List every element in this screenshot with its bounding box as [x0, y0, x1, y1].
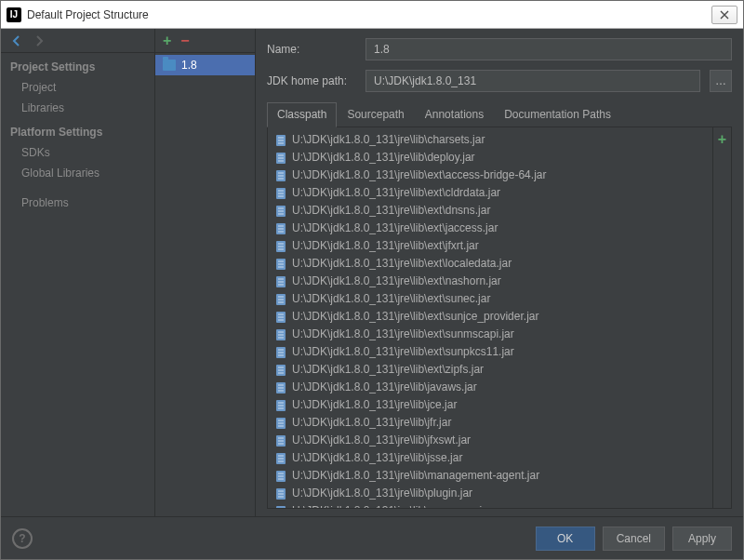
archive-icon [275, 417, 286, 430]
archive-icon [275, 275, 286, 288]
classpath-path: U:\JDK\jdk1.8.0_131\jre\lib\javaws.jar [292, 380, 477, 395]
tab-sourcepath[interactable]: Sourcepath [337, 102, 414, 127]
archive-icon [275, 470, 286, 483]
archive-icon [275, 187, 286, 200]
archive-icon [275, 258, 286, 271]
archive-icon [275, 452, 286, 465]
classpath-entry[interactable]: U:\JDK\jdk1.8.0_131\jre\lib\jsse.jar [268, 449, 712, 467]
ok-button[interactable]: OK [536, 527, 595, 551]
archive-icon [275, 169, 286, 182]
archive-icon [275, 505, 286, 509]
classpath-entry[interactable]: U:\JDK\jdk1.8.0_131\jre\lib\javaws.jar [268, 379, 712, 396]
classpath-entry[interactable]: U:\JDK\jdk1.8.0_131\jre\lib\deploy.jar [268, 149, 712, 167]
classpath-entry[interactable]: U:\JDK\jdk1.8.0_131\jre\lib\ext\nashorn.… [268, 273, 712, 290]
dialog-footer: ? OK Cancel Apply [1, 516, 743, 559]
classpath-entry[interactable]: U:\JDK\jdk1.8.0_131\jre\lib\ext\sunpkcs1… [268, 343, 712, 361]
sdk-list-toolbar: + − [155, 29, 255, 53]
classpath-entry[interactable]: U:\JDK\jdk1.8.0_131\jre\lib\plugin.jar [268, 485, 712, 502]
tab-documentation-paths[interactable]: Documentation Paths [494, 102, 621, 127]
classpath-path: U:\JDK\jdk1.8.0_131\jre\lib\jce.jar [292, 397, 457, 413]
add-classpath-button[interactable]: + [718, 131, 726, 148]
archive-icon [275, 293, 286, 306]
tab-classpath[interactable]: Classpath [267, 102, 337, 127]
sdk-tabs: ClasspathSourcepathAnnotationsDocumentat… [267, 101, 732, 127]
name-label: Name: [267, 43, 356, 56]
sidebar-nav-toolbar [1, 29, 154, 53]
close-window-button[interactable] [711, 6, 737, 24]
classpath-entry[interactable]: U:\JDK\jdk1.8.0_131\jre\lib\ext\sunmscap… [268, 326, 712, 343]
classpath-path: U:\JDK\jdk1.8.0_131\jre\lib\ext\nashorn.… [292, 273, 501, 289]
classpath-entry[interactable]: U:\JDK\jdk1.8.0_131\jre\lib\jfxswt.jar [268, 432, 712, 449]
classpath-path: U:\JDK\jdk1.8.0_131\jre\lib\jsse.jar [292, 450, 462, 466]
sidebar-item-problems[interactable]: Problems [1, 193, 154, 213]
close-icon [720, 10, 729, 20]
home-path-input[interactable] [365, 70, 700, 92]
classpath-entry[interactable]: U:\JDK\jdk1.8.0_131\jre\lib\ext\sunec.ja… [268, 290, 712, 308]
dialog-window: IJ Default Project Structure Project Set… [0, 0, 744, 560]
classpath-path: U:\JDK\jdk1.8.0_131\jre\lib\ext\zipfs.ja… [292, 362, 484, 378]
classpath-entry[interactable]: U:\JDK\jdk1.8.0_131\jre\lib\ext\sunjce_p… [268, 308, 712, 326]
classpath-entry[interactable]: U:\JDK\jdk1.8.0_131\jre\lib\resources.ja… [268, 502, 712, 508]
archive-icon [275, 240, 286, 253]
classpath-path: U:\JDK\jdk1.8.0_131\jre\lib\charsets.jar [292, 132, 485, 148]
archive-icon [275, 328, 286, 341]
app-icon: IJ [7, 7, 21, 22]
classpath-entry[interactable]: U:\JDK\jdk1.8.0_131\jre\lib\ext\access-b… [268, 167, 712, 184]
classpath-entry[interactable]: U:\JDK\jdk1.8.0_131\jre\lib\ext\jfxrt.ja… [268, 237, 712, 255]
home-path-row: JDK home path: … [256, 60, 743, 92]
browse-home-path-button[interactable]: … [710, 70, 732, 92]
cancel-button[interactable]: Cancel [603, 527, 665, 551]
sidebar-item-global-libraries[interactable]: Global Libraries [1, 163, 154, 183]
archive-icon [275, 152, 286, 165]
classpath-entry[interactable]: U:\JDK\jdk1.8.0_131\jre\lib\ext\localeda… [268, 255, 712, 273]
archive-icon [275, 399, 286, 412]
sidebar-item-sdks[interactable]: SDKs [1, 142, 154, 163]
svg-rect-84 [276, 506, 286, 509]
add-sdk-button[interactable]: + [163, 33, 171, 48]
classpath-path: U:\JDK\jdk1.8.0_131\jre\lib\ext\jfxrt.ja… [292, 238, 479, 254]
archive-icon [275, 205, 286, 218]
classpath-entry[interactable]: U:\JDK\jdk1.8.0_131\jre\lib\jfr.jar [268, 414, 712, 432]
classpath-path: U:\JDK\jdk1.8.0_131\jre\lib\management-a… [292, 468, 539, 484]
archive-icon [275, 134, 286, 147]
sdk-details-panel: Name: JDK home path: … ClasspathSourcepa… [256, 29, 743, 516]
archive-icon [275, 346, 286, 359]
classpath-path: U:\JDK\jdk1.8.0_131\jre\lib\ext\localeda… [292, 256, 512, 272]
classpath-entry[interactable]: U:\JDK\jdk1.8.0_131\jre\lib\jce.jar [268, 396, 712, 414]
archive-icon [275, 311, 286, 324]
back-icon[interactable] [10, 34, 23, 47]
sidebar-item-libraries[interactable]: Libraries [1, 98, 154, 118]
forward-icon[interactable] [33, 34, 46, 47]
name-row: Name: [256, 29, 743, 60]
settings-sidebar: Project SettingsProjectLibrariesPlatform… [1, 29, 155, 516]
classpath-path: U:\JDK\jdk1.8.0_131\jre\lib\deploy.jar [292, 150, 475, 166]
classpath-side-toolbar: + [712, 127, 731, 508]
folder-icon [163, 60, 176, 71]
remove-sdk-button[interactable]: − [180, 33, 189, 48]
classpath-path: U:\JDK\jdk1.8.0_131\jre\lib\plugin.jar [292, 486, 472, 501]
archive-icon [275, 434, 286, 447]
classpath-path: U:\JDK\jdk1.8.0_131\jre\lib\ext\sunec.ja… [292, 291, 490, 307]
classpath-path: U:\JDK\jdk1.8.0_131\jre\lib\jfxswt.jar [292, 433, 471, 448]
classpath-entry[interactable]: U:\JDK\jdk1.8.0_131\jre\lib\ext\cldrdata… [268, 184, 712, 202]
classpath-entry[interactable]: U:\JDK\jdk1.8.0_131\jre\lib\ext\zipfs.ja… [268, 361, 712, 379]
classpath-path: U:\JDK\jdk1.8.0_131\jre\lib\ext\sunjce_p… [292, 309, 538, 325]
home-path-label: JDK home path: [267, 74, 356, 87]
classpath-entry[interactable]: U:\JDK\jdk1.8.0_131\jre\lib\ext\dnsns.ja… [268, 202, 712, 220]
name-input[interactable] [365, 38, 732, 60]
sdk-item-label: 1.8 [181, 59, 197, 72]
classpath-entry[interactable]: U:\JDK\jdk1.8.0_131\jre\lib\ext\jaccess.… [268, 220, 712, 237]
classpath-path: U:\JDK\jdk1.8.0_131\jre\lib\ext\dnsns.ja… [292, 203, 490, 219]
sidebar-item-project[interactable]: Project [1, 77, 154, 98]
classpath-list[interactable]: U:\JDK\jdk1.8.0_131\jre\lib\charsets.jar… [268, 127, 712, 508]
archive-icon [275, 487, 286, 500]
apply-button[interactable]: Apply [672, 527, 732, 551]
dialog-body: Project SettingsProjectLibrariesPlatform… [1, 29, 743, 516]
tab-annotations[interactable]: Annotations [415, 102, 494, 127]
classpath-path: U:\JDK\jdk1.8.0_131\jre\lib\ext\access-b… [292, 167, 546, 183]
sdk-item[interactable]: 1.8 [155, 55, 255, 75]
classpath-path: U:\JDK\jdk1.8.0_131\jre\lib\resources.ja… [292, 503, 492, 508]
help-button[interactable]: ? [12, 528, 33, 549]
classpath-entry[interactable]: U:\JDK\jdk1.8.0_131\jre\lib\management-a… [268, 467, 712, 485]
classpath-entry[interactable]: U:\JDK\jdk1.8.0_131\jre\lib\charsets.jar [268, 131, 712, 149]
